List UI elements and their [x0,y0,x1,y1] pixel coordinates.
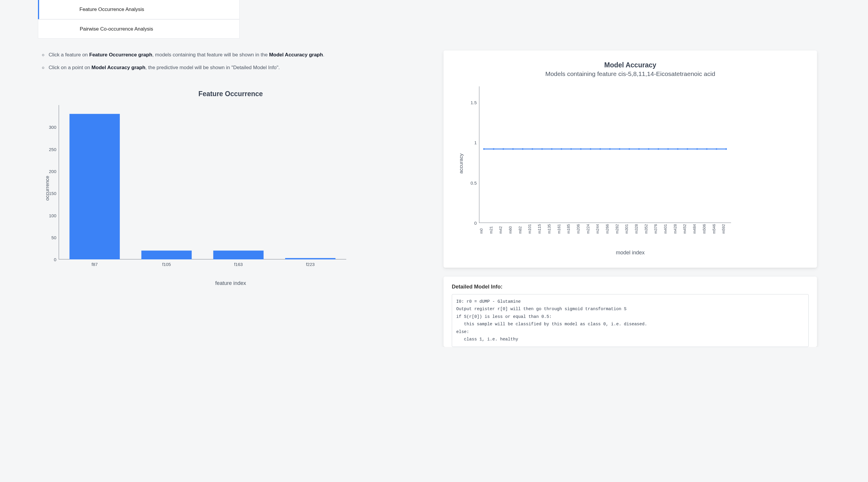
bar-f223[interactable] [285,258,336,259]
y-tick: 0.5 [462,180,477,185]
accuracy-point[interactable] [696,148,698,150]
x-tick: f87 [59,262,131,267]
x-tick: m328 [634,224,644,236]
accuracy-point[interactable] [619,148,620,150]
chart-subtitle: Models containing feature cis-5,8,11,14-… [455,70,805,78]
accuracy-point[interactable] [561,148,562,150]
model-accuracy-chart: Model Accuracy Models containing feature… [443,51,817,268]
instr2-p2: , the predictive model will be shown in … [145,65,280,70]
x-tick: m135 [547,224,557,236]
accuracy-point[interactable] [512,148,514,150]
accuracy-point[interactable] [531,148,533,150]
tabs-container: Feature Occurrence Analysis Pairwise Co-… [38,0,866,38]
x-tick: m0 [479,224,489,236]
x-tick: m376 [653,224,663,236]
instr1-b2: Model Accuracy graph [269,52,323,58]
x-tick: m352 [644,224,654,236]
x-tick: m115 [537,224,547,236]
instr1-p1: Click a feature on [49,52,89,58]
line-plot-area[interactable] [479,86,731,223]
x-tick: m244 [595,224,605,236]
y-tick: 50 [41,235,56,240]
y-tick: 1.5 [462,100,477,105]
chart-title: Feature Occurrence [38,90,423,98]
accuracy-point[interactable] [609,148,611,150]
x-tick: m592 [721,224,731,236]
x-tick: m428 [673,224,683,236]
x-tick: m161 [557,224,566,236]
chart-title: Model Accuracy [455,61,805,69]
accuracy-point[interactable] [599,148,601,150]
x-tick: m506 [702,224,712,236]
x-tick: m301 [624,224,634,236]
instructions-block: Click a feature on Feature Occurrence gr… [38,51,423,72]
x-tick: f223 [275,262,346,267]
accuracy-point[interactable] [667,148,669,150]
x-tick: f163 [203,262,275,267]
bar-plot-area[interactable] [59,105,346,259]
detail-title: Detailed Model Info: [452,284,809,290]
bar-f87[interactable] [69,114,120,259]
accuracy-point[interactable] [725,148,727,150]
instr1-p2: , models containing that feature will be… [152,52,269,58]
feature-occurrence-chart: Feature Occurrence occurrence 0501001502… [38,90,423,286]
accuracy-point[interactable] [502,148,504,150]
detailed-model-info-panel: Detailed Model Info: I0: r0 = dUMP - Glu… [443,277,817,347]
x-tick: m60 [508,224,518,236]
x-tick: m282 [615,224,625,236]
accuracy-point[interactable] [522,148,524,150]
accuracy-point[interactable] [716,148,717,150]
instr2-b1: Model Accuracy graph [92,65,146,70]
y-tick: 0 [41,257,56,262]
x-tick: m452 [682,224,692,236]
bar-f105[interactable] [142,251,192,259]
detail-code-block: I0: r0 = dUMP - Glutamine Output registe… [452,294,809,347]
instr1-p3: . [323,52,324,58]
instr2-p1: Click on a point on [49,65,92,70]
accuracy-point[interactable] [648,148,650,150]
tab-feature-occurrence[interactable]: Feature Occurrence Analysis [38,0,240,19]
accuracy-point[interactable] [541,148,543,150]
y-tick: 250 [41,147,56,152]
y-tick: 150 [41,191,56,196]
x-tick: m101 [527,224,537,236]
x-tick: m484 [692,224,702,236]
tab-pairwise-cooccurrence[interactable]: Pairwise Co-occurrence Analysis [38,19,240,38]
accuracy-point[interactable] [580,148,582,150]
accuracy-point[interactable] [628,148,630,150]
x-tick: m401 [663,224,673,236]
y-tick: 1 [462,140,477,145]
accuracy-point[interactable] [590,148,591,150]
x-tick: m82 [518,224,528,236]
x-tick: f105 [131,262,203,267]
accuracy-point[interactable] [657,148,659,150]
x-tick: m21 [489,224,499,236]
accuracy-point[interactable] [706,148,708,150]
accuracy-point[interactable] [677,148,679,150]
x-tick: m42 [498,224,508,236]
bar-f163[interactable] [213,251,264,259]
x-tick: m185 [566,224,576,236]
accuracy-point[interactable] [493,148,494,150]
accuracy-point[interactable] [687,148,688,150]
x-tick: m224 [586,224,595,236]
y-tick: 0 [462,221,477,226]
y-tick: 200 [41,169,56,174]
y-tick: 100 [41,213,56,218]
x-tick: m206 [576,224,586,236]
instr1-b1: Feature Occurrence graph [89,52,152,58]
accuracy-point[interactable] [570,148,572,150]
y-tick: 300 [41,125,56,130]
x-tick: m266 [605,224,615,236]
accuracy-point[interactable] [483,148,485,150]
x-axis-label: model index [455,250,805,256]
accuracy-point[interactable] [551,148,553,150]
x-axis-label: feature index [38,280,423,286]
accuracy-point[interactable] [638,148,640,150]
x-tick: m546 [712,224,721,236]
